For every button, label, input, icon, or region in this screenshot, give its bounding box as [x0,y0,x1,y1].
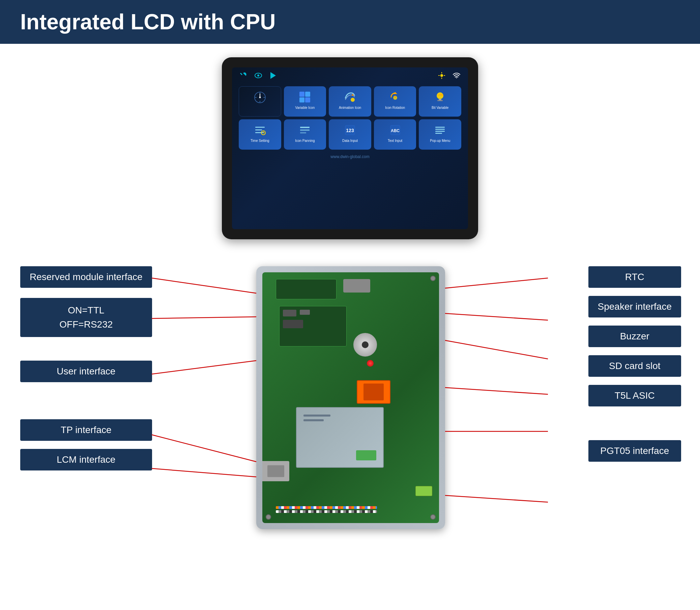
iconpanning-icon [298,123,312,137]
svg-rect-18 [299,97,305,102]
lcd-section: Variable Icon Animation Icon [20,57,680,239]
svg-rect-17 [305,92,310,97]
svg-point-20 [351,98,355,102]
svg-rect-30 [255,132,263,133]
diagram-section: Reserved module interface ON=TTLOFF=RS23… [20,266,681,569]
svg-rect-26 [439,99,441,100]
screw-br [430,514,436,520]
eye-icon [253,71,263,80]
screen-footer: www.dwin-global.com [232,152,468,162]
label-lcm: LCM interface [20,449,152,470]
svg-rect-19 [305,97,310,102]
page-title: Integrated LCD with CPU [20,10,680,34]
label-buzzer: Buzzer [588,325,681,347]
main-content: Variable Icon Animation Icon [0,57,700,569]
svg-line-55 [445,495,548,502]
rotation-icon-cell: Icon Rotation [374,86,417,117]
circular-component [353,333,377,356]
svg-rect-34 [300,127,310,128]
svg-rect-42 [435,129,445,130]
pcb-outer-frame [256,266,445,529]
website-text: www.dwin-global.com [330,154,369,159]
svg-rect-28 [255,127,265,128]
svg-line-50 [445,278,548,288]
svg-point-3 [440,74,443,77]
svg-rect-41 [435,127,445,128]
animation-icon-cell: Animation Icon [329,86,371,117]
chip-2 [300,310,310,315]
dial-cell [239,86,281,117]
screw-bl [266,514,271,520]
lcd-device: Variable Icon Animation Icon [222,57,478,239]
datainput-icon: 123 [343,123,357,137]
svg-line-47 [152,360,256,374]
pgt05-component [416,486,432,496]
variable-icon [298,90,312,104]
component-center [362,341,369,348]
variable-icon-cell: Variable Icon [284,86,326,117]
t5l-chip [296,407,384,468]
variable-icon-label: Variable Icon [295,106,315,110]
textinput-icon-label: Text Input [388,139,402,143]
popupmenu-icon [433,123,447,137]
svg-line-48 [152,435,256,462]
sd-card-inner [363,384,384,400]
svg-rect-27 [437,100,443,101]
datainput-icon-label: Data Input [342,139,358,143]
svg-rect-43 [435,131,445,132]
textinput-icon-cell: ABC Text Input [374,119,417,150]
dial-icon [253,91,267,104]
wrench-icon [239,71,248,80]
chip-mark-2 [304,419,324,421]
label-tp: TP interface [20,419,152,441]
label-sdcard: SD card slot [588,355,681,377]
timesetting-icon-label: Time Setting [250,139,269,143]
svg-point-8 [456,78,457,79]
right-labels: RTC Speaker interface Buzzer SD card slo… [588,266,681,470]
svg-text:ABC: ABC [391,128,400,133]
ribbon-cables [276,506,377,516]
timesetting-icon-cell: Time Setting [239,119,281,150]
sd-card-component [357,380,390,404]
chip-1 [283,310,296,317]
screen-topbar [232,67,468,84]
svg-line-45 [152,278,256,293]
wifi-icon [452,71,461,80]
svg-line-51 [445,314,548,320]
pcb-green [262,272,439,523]
svg-marker-2 [270,72,276,79]
label-t5l: T5L ASIC [588,385,681,406]
bitvariable-icon-label: Bit Variable [432,106,449,110]
svg-line-46 [152,317,256,319]
brightness-icon [437,71,447,80]
screen-right-icons [437,71,461,80]
ribbon-1 [276,506,377,509]
screw-tr [430,276,436,281]
connector-block-1 [343,279,370,292]
iconpanning-icon-cell: Icon Panning [284,119,326,150]
svg-rect-35 [300,129,310,131]
lcd-screen: Variable Icon Animation Icon [232,67,468,229]
screen-left-icons [239,71,278,80]
play-icon [268,71,278,80]
textinput-icon: ABC [388,123,402,137]
popupmenu-icon-cell: Pop-up Menu [419,119,461,150]
ribbon-2 [276,510,377,513]
rotation-icon-label: Icon Rotation [385,106,405,110]
svg-rect-16 [299,92,305,97]
label-user: User interface [20,360,152,382]
svg-line-49 [152,468,256,477]
chip-highlight [356,450,376,460]
pcb-board [256,266,445,529]
chip-mark-1 [304,415,330,417]
svg-rect-44 [435,133,442,134]
label-pgt05: PGT05 interface [588,440,681,462]
svg-point-1 [257,75,259,77]
animation-icon [343,90,357,104]
left-labels: Reserved module interface ON=TTLOFF=RS23… [20,266,152,479]
icon-grid: Variable Icon Animation Icon [232,84,468,152]
svg-text:123: 123 [346,128,354,133]
popupmenu-icon-label: Pop-up Menu [430,139,450,143]
label-reserved: Reserved module interface [20,266,152,288]
svg-rect-29 [255,129,262,130]
